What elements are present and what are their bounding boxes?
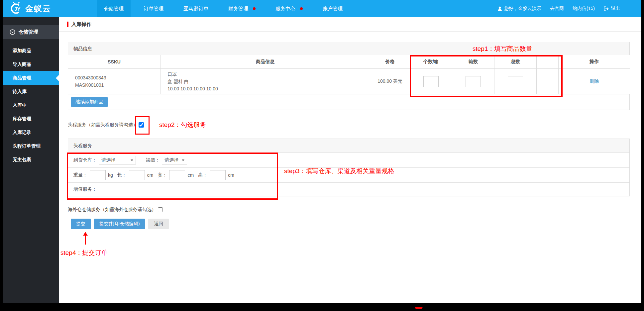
site-mail-link[interactable]: 站内信(15) <box>573 6 595 12</box>
page-title: 入库操作 <box>71 21 91 28</box>
annotation-step3: step3：填写仓库、渠道及相关重量规格 <box>284 167 394 175</box>
chevron-down-icon <box>182 159 184 161</box>
ssku-cell: 000343000343 MASK001001 <box>68 69 161 94</box>
length-input[interactable] <box>129 170 145 180</box>
sidebar: 仓储管理 添加商品 导入商品 商品管理 待入库 入库中 库存管理 入库记录 头程… <box>3 17 59 303</box>
back-button[interactable]: 返回 <box>148 219 169 229</box>
add-more-goods-button[interactable]: 继续添加商品 <box>71 97 108 107</box>
annotation-box-step2 <box>139 122 144 128</box>
col-total: 总数 <box>494 55 537 69</box>
width-input[interactable] <box>169 170 185 180</box>
box-count-cell <box>452 69 494 94</box>
first-leg-panel: 头程服务 到货仓库： 请选择 渠道： 请选择 <box>68 139 630 196</box>
brand-logo[interactable]: JY 金蚁云 <box>3 0 94 17</box>
notification-dot <box>253 7 256 10</box>
delete-link[interactable]: 删除 <box>590 78 599 84</box>
arrow-up-icon <box>85 235 86 245</box>
total-input[interactable] <box>508 76 523 87</box>
warehouse-select[interactable]: 请选择 <box>99 156 136 164</box>
warehouse-label: 到货仓库： <box>73 157 97 163</box>
sidebar-item-add-product[interactable]: 添加商品 <box>3 44 59 57</box>
sidebar-item-import-product[interactable]: 导入商品 <box>3 57 59 71</box>
col-box-count: 箱数 <box>452 55 494 69</box>
overseas-checkbox[interactable] <box>158 207 163 212</box>
official-site-link[interactable]: 去官网 <box>550 6 564 12</box>
col-product-info: 商品信息 <box>161 55 370 69</box>
price-cell: 100.00 美元 <box>370 69 410 94</box>
spacer-cell <box>537 69 559 94</box>
submit-button[interactable]: 提交 <box>71 219 91 229</box>
sidebar-menu: 添加商品 导入商品 商品管理 待入库 入库中 库存管理 入库记录 头程订单管理 … <box>3 39 59 166</box>
sidebar-item-product-management[interactable]: 商品管理 <box>3 71 59 85</box>
channel-label: 渠道： <box>146 157 160 163</box>
sidebar-item-unclaimed-packages[interactable]: 无主包裹 <box>3 153 59 166</box>
overseas-toggle-row: 海外仓仓储服务（如需海外仓服务请勾选） <box>68 207 641 213</box>
channel-select[interactable]: 请选择 <box>162 156 187 164</box>
nav-item-finance[interactable]: 财务管理 <box>221 0 263 17</box>
col-price: 价格 <box>370 55 410 69</box>
step4-annotation-block: step4：提交订单 <box>68 231 641 264</box>
goods-panel-title-row: 物品信息 step1：填写商品数量 <box>68 42 630 55</box>
circle-chevron-down-icon <box>10 29 15 35</box>
col-qty-per-box: 个数/箱 <box>410 55 452 69</box>
brand-name: 金蚁云 <box>25 3 51 14</box>
sidebar-item-inbound-in-progress[interactable]: 入库中 <box>3 98 59 112</box>
col-action: 操作 <box>559 55 630 69</box>
topbar: JY 金蚁云 仓储管理 订单管理 亚马逊订单 财务管理 服 <box>3 0 641 17</box>
first-leg-toggle-label: 头程服务（如需头程服务请勾选） <box>68 122 138 128</box>
nav-item-warehouse[interactable]: 仓储管理 <box>97 0 131 17</box>
nav-item-service-center[interactable]: 服务中心 <box>268 0 310 17</box>
main-area: 入库操作 物品信息 step1：填写商品数量 <box>59 17 641 303</box>
value-added-service-row: 增值服务： <box>68 183 629 196</box>
user-icon <box>497 6 502 11</box>
svg-text:JY: JY <box>14 6 20 12</box>
logout-icon <box>603 6 609 11</box>
sidebar-item-first-leg-orders[interactable]: 头程订单管理 <box>3 139 59 153</box>
width-unit: cm <box>187 172 194 178</box>
nav-item-account[interactable]: 账户管理 <box>316 0 350 17</box>
width-label: 宽： <box>158 172 167 178</box>
value-added-service-label: 增值服务： <box>73 186 97 192</box>
user-greeting[interactable]: 您好，金蚁云演示 <box>497 6 541 12</box>
goods-header-row: SSKU 商品信息 价格 个数/箱 箱数 总数 操作 <box>68 55 630 69</box>
chevron-down-icon <box>131 159 133 161</box>
sidebar-item-inventory-management[interactable]: 库存管理 <box>3 112 59 126</box>
submit-print-button[interactable]: 提交(打印仓储编码) <box>94 219 145 229</box>
sidebar-header-warehouse[interactable]: 仓储管理 <box>3 25 59 39</box>
overseas-toggle-label: 海外仓仓储服务（如需海外仓服务请勾选） <box>68 207 156 213</box>
ant-logo-icon: JY <box>9 2 24 15</box>
nav-item-orders[interactable]: 订单管理 <box>137 0 170 17</box>
goods-panel-footer: 继续添加商品 <box>68 94 630 110</box>
weight-unit: kg <box>108 172 113 178</box>
height-input[interactable] <box>210 170 226 180</box>
sidebar-item-pending-inbound[interactable]: 待入库 <box>3 85 59 98</box>
red-mark <box>415 307 423 309</box>
page-header: 入库操作 <box>59 17 641 32</box>
table-row: 000343000343 MASK001001 口罩 盒 塑料 白 10.00 … <box>68 69 630 94</box>
first-leg-panel-title: 头程服务 <box>68 139 629 153</box>
annotation-step2: step2：勾选服务 <box>159 121 206 129</box>
col-ssku: SSKU <box>68 55 161 69</box>
qty-per-box-cell <box>410 69 452 94</box>
product-info-cell: 口罩 盒 塑料 白 10.00 10.00 10.00 10.00 <box>161 69 370 94</box>
length-label: 长： <box>117 172 127 178</box>
logout-link[interactable]: 退出 <box>603 6 620 12</box>
action-cell: 删除 <box>559 69 630 94</box>
first-leg-checkbox[interactable] <box>139 122 144 128</box>
goods-info-panel: 物品信息 step1：填写商品数量 SSKU 商品信息 <box>68 42 630 110</box>
annotation-step4: step4：提交订单 <box>60 249 107 257</box>
topbar-right: 您好，金蚁云演示 去官网 站内信(15) 退出 <box>497 0 641 17</box>
title-accent-bar <box>67 22 68 27</box>
goods-table: SSKU 商品信息 价格 个数/箱 箱数 总数 操作 <box>68 55 630 94</box>
goods-panel-title: 物品信息 <box>73 46 92 51</box>
nav-item-amazon-orders[interactable]: 亚马逊订单 <box>176 0 215 17</box>
notification-dot <box>300 7 303 10</box>
app-window: JY 金蚁云 仓储管理 订单管理 亚马逊订单 财务管理 服 <box>3 0 641 303</box>
qty-per-box-input[interactable] <box>423 76 439 87</box>
weight-input[interactable] <box>90 170 106 180</box>
box-count-input[interactable] <box>466 76 481 87</box>
weight-label: 重量： <box>73 172 87 178</box>
first-leg-toggle-row: 头程服务（如需头程服务请勾选） step2：勾选服务 <box>68 118 641 132</box>
sidebar-item-inbound-records[interactable]: 入库记录 <box>3 126 59 139</box>
annotation-step1: step1：填写商品数量 <box>473 42 532 55</box>
